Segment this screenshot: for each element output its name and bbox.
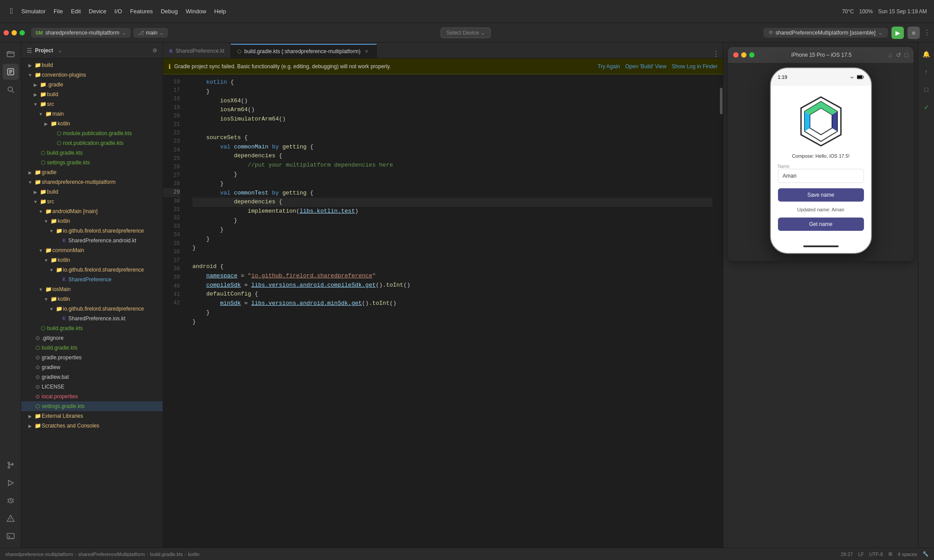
device-selector[interactable]: Select Device ⌄ <box>441 27 491 38</box>
editor-scrollbar[interactable] <box>719 74 723 548</box>
show-log-button[interactable]: Show Log in Finder <box>672 63 718 70</box>
stop-button[interactable]: ■ <box>907 27 920 39</box>
sidebar-icon-project[interactable] <box>3 64 19 80</box>
sidebar-icon-debug[interactable] <box>3 493 19 509</box>
tree-item-license[interactable]: ⊙ LICENSE <box>21 382 163 392</box>
tree-item-commonMain[interactable]: ▼ 📁 commonMain <box>21 245 163 255</box>
tree-item-build2[interactable]: ▶ 📁 build <box>21 89 163 99</box>
sim-rotate-icon[interactable]: ↺ <box>896 51 901 58</box>
sim-screenshot-icon[interactable]: □ <box>905 51 908 58</box>
tree-item-src2[interactable]: ▼ 📁 src <box>21 197 163 206</box>
code-content[interactable]: kotlin { } iosX64() iosArm64() iosSimula… <box>185 74 719 548</box>
tree-item-build-gradle2[interactable]: ⬡ build.gradle.kts <box>21 323 163 333</box>
phone-get-button[interactable]: Get name <box>778 218 864 231</box>
run-button[interactable]: ▶ <box>891 27 904 39</box>
tree-item-kotlin3[interactable]: ▼ 📁 kotlin <box>21 255 163 265</box>
right-icon-notifications[interactable]: 🔔 <box>918 46 934 62</box>
file-tree[interactable]: ▶ 📁 build ▼ 📁 convention-plugins ▶ 📁 .gr… <box>21 58 163 548</box>
code-editor[interactable]: 10 17 18 19 20 21 22 23 24 25 26 27 28 2… <box>163 74 723 548</box>
breadcrumb-item-3[interactable]: build.gradle.kts <box>150 552 183 557</box>
tree-item-build3[interactable]: ▶ 📁 build <box>21 187 163 197</box>
tree-item-main[interactable]: ▼ 📁 main <box>21 109 163 119</box>
right-icon-vcs[interactable]: ↑ <box>918 64 934 80</box>
tree-item-sharedpref-ios[interactable]: K SharedPreference.ios.kt <box>21 314 163 323</box>
breadcrumb-item-1[interactable]: sharedpreference-multiplatform <box>5 552 73 557</box>
tab-close-button[interactable]: ✕ <box>363 48 370 54</box>
phone-name-input[interactable]: Aman <box>778 169 864 183</box>
tree-item-external-libs[interactable]: ▶ 📁 External Libraries <box>21 411 163 421</box>
tab-more-icon[interactable]: ⋮ <box>712 50 719 58</box>
tree-item-settings-gradle2[interactable]: ⬡ settings.gradle.kts <box>21 401 163 411</box>
menu-debug[interactable]: Debug <box>161 8 178 15</box>
tree-item-settings-gradle[interactable]: ⬡ settings.gradle.kts <box>21 158 163 167</box>
tree-item-kotlin[interactable]: ▶ 📁 kotlin <box>21 119 163 128</box>
tree-item-local-props[interactable]: ⊙ local.properties <box>21 392 163 401</box>
menu-help[interactable]: Help <box>214 8 226 15</box>
tree-item-kotlin4[interactable]: ▼ 📁 kotlin <box>21 294 163 304</box>
menu-file[interactable]: File <box>54 8 63 15</box>
tree-item-iosMain[interactable]: ▼ 📁 iosMain <box>21 284 163 294</box>
tree-arrow-src2: ▼ <box>32 199 39 204</box>
sidebar-icon-search[interactable] <box>3 82 19 97</box>
sim-home-icon[interactable]: ⌂ <box>888 51 892 58</box>
tree-item-gradlew-bat[interactable]: ⊙ gradlew.bat <box>21 372 163 382</box>
wrench-icon[interactable]: 🔧 <box>922 551 929 557</box>
menu-edit[interactable]: Edit <box>71 8 81 15</box>
close-button[interactable] <box>4 30 9 35</box>
sidebar-icon-folder[interactable] <box>3 46 19 62</box>
right-icon-preview[interactable]: □ <box>918 82 934 97</box>
menu-io[interactable]: I/O <box>114 8 122 15</box>
breadcrumb-item-2[interactable]: sharedPreferenceMultiplatform <box>78 552 145 557</box>
sim-minimize-icon[interactable] <box>741 52 746 58</box>
tree-item-sharedpref-android[interactable]: K SharedPreference.android.kt <box>21 236 163 245</box>
tree-item-io-android[interactable]: ▼ 📁 io.github.firelord.sharedpreference <box>21 226 163 236</box>
sim-maximize-icon[interactable] <box>749 52 754 58</box>
tree-item-kotlin2[interactable]: ▼ 📁 kotlin <box>21 216 163 226</box>
tree-item-gradle-folder[interactable]: ▶ 📁 gradle <box>21 167 163 177</box>
tree-item-build-gradle3[interactable]: ⬡ build.gradle.kts <box>21 343 163 353</box>
sidebar-icon-terminal[interactable] <box>3 528 19 544</box>
breadcrumb-item-4[interactable]: kotlin <box>188 552 199 557</box>
menu-device[interactable]: Device <box>89 8 106 15</box>
indent-setting[interactable]: 4 spaces <box>898 552 917 557</box>
right-icon-check[interactable]: ✓ <box>918 99 934 115</box>
tree-item-convention-plugins[interactable]: ▼ 📁 convention-plugins <box>21 70 163 80</box>
tree-item-module-pub[interactable]: ⬡ module.publication.gradle.kts <box>21 128 163 138</box>
tree-item-sharedpref-mp[interactable]: ▼ 📁 sharedpreference-multiplatform <box>21 177 163 187</box>
tree-item-gitignore[interactable]: ⊙ .gitignore <box>21 333 163 343</box>
apple-menu[interactable]:  <box>7 7 16 16</box>
tree-item-src[interactable]: ▼ 📁 src <box>21 99 163 109</box>
tree-item-gradle[interactable]: ▶ 📁 .gradle <box>21 80 163 89</box>
tab-build-gradle[interactable]: ⬡ build.gradle.kts (:sharedpreference-mu… <box>231 44 377 58</box>
sidebar-icon-run[interactable] <box>3 475 19 491</box>
tree-item-gradlew[interactable]: ⊙ gradlew <box>21 362 163 372</box>
sidebar-icon-git[interactable] <box>3 457 19 473</box>
menu-simulator[interactable]: Simulator <box>21 8 46 15</box>
tree-item-build-gradle[interactable]: ⬡ build.gradle.kts <box>21 148 163 158</box>
phone-save-button[interactable]: Save name <box>778 188 864 202</box>
minimize-button[interactable] <box>12 30 17 35</box>
tree-item-gradle-props[interactable]: ⊙ gradle.properties <box>21 353 163 362</box>
tree-item-sharedpref[interactable]: K SharedPreference <box>21 275 163 284</box>
more-icon[interactable]: ⋮ <box>923 28 930 37</box>
tree-item-androidMain[interactable]: ▼ 📁 androidMain [main] <box>21 206 163 216</box>
tree-item-io-ios[interactable]: ▼ 📁 io.github.firelord.sharedpreference <box>21 304 163 314</box>
sim-close-icon[interactable] <box>733 52 739 58</box>
branch-selector[interactable]: ⎇ main ⌄ <box>133 28 168 38</box>
scrollbar-thumb[interactable] <box>720 88 723 114</box>
assemble-selector[interactable]: ⚙ sharedPreferenceMultiplatform [assembl… <box>763 28 888 38</box>
sidebar-icon-warning[interactable] <box>3 510 19 526</box>
maximize-button[interactable] <box>20 30 25 35</box>
tab-shared-preference[interactable]: K SharedPreference.kt <box>163 44 231 58</box>
tree-item-build[interactable]: ▶ 📁 build <box>21 60 163 70</box>
menu-features[interactable]: Features <box>130 8 152 15</box>
tree-item-scratches[interactable]: ▶ 📁 Scratches and Consoles <box>21 421 163 431</box>
panel-dropdown-icon[interactable]: ⌄ <box>58 47 62 54</box>
open-build-view-button[interactable]: Open 'Build' View <box>625 63 667 70</box>
menu-window[interactable]: Window <box>186 8 206 15</box>
tree-item-io-common[interactable]: ▼ 📁 io.github.firelord.sharedpreference <box>21 265 163 275</box>
try-again-button[interactable]: Try Again <box>598 63 620 70</box>
panel-settings-icon[interactable]: ⚙ <box>152 47 157 54</box>
tree-item-root-pub[interactable]: ⬡ root.publication.gradle.kts <box>21 138 163 148</box>
project-selector[interactable]: SM sharedpreference-multiplatform ⌄ <box>31 28 131 38</box>
